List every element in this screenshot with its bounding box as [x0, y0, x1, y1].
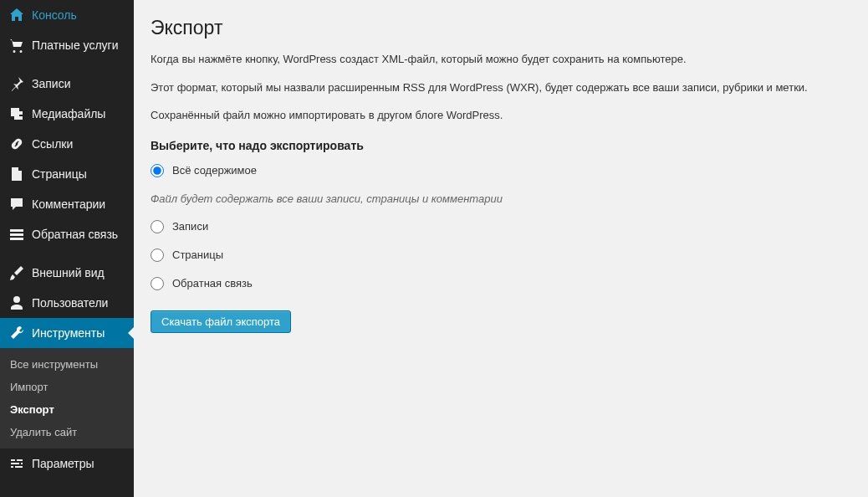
submenu-item-label: Удалить сайт — [10, 426, 77, 438]
sidebar-item-label: Внешний вид — [32, 266, 105, 279]
export-option-all: Всё содержимое — [151, 164, 851, 177]
feedback-icon — [8, 226, 25, 243]
export-all-hint: Файл будет содержать все ваши записи, ст… — [151, 192, 851, 205]
page-title: Экспорт — [151, 17, 851, 39]
export-description-1: Когда вы нажмёте кнопку, WordPress созда… — [151, 51, 851, 68]
sidebar-item-label: Инструменты — [32, 326, 105, 340]
export-description-3: Сохранённый файл можно импортировать в д… — [151, 107, 851, 124]
brush-icon — [8, 264, 25, 281]
main-content: Экспорт Когда вы нажмёте кнопку, WordPre… — [134, 0, 868, 497]
sidebar-item-users[interactable]: Пользователи — [0, 288, 134, 318]
export-radio-label[interactable]: Всё содержимое — [172, 164, 257, 177]
export-radio-label[interactable]: Страницы — [172, 248, 223, 261]
export-option-feedback: Обратная связь — [151, 277, 851, 290]
submit-wrap: Скачать файл экспорта — [151, 310, 851, 333]
sidebar-item-label: Записи — [32, 77, 70, 90]
export-radio-label[interactable]: Обратная связь — [172, 277, 253, 289]
sidebar-item-media[interactable]: Медиафайлы — [0, 99, 134, 129]
tools-submenu: Все инструменты Импорт Экспорт Удалить с… — [0, 348, 134, 448]
export-radio-posts[interactable] — [151, 220, 164, 233]
sidebar-item-label: Консоль — [32, 8, 77, 22]
sidebar-item-label: Пользователи — [32, 296, 108, 310]
sidebar-item-dashboard[interactable]: Консоль — [0, 0, 134, 30]
export-radio-label[interactable]: Записи — [172, 220, 208, 233]
sidebar-item-comments[interactable]: Комментарии — [0, 189, 134, 219]
sidebar-item-label: Платные услуги — [32, 38, 119, 52]
submenu-item-delete-site[interactable]: Удалить сайт — [0, 421, 134, 443]
sidebar-item-appearance[interactable]: Внешний вид — [0, 258, 134, 288]
export-radio-pages[interactable] — [151, 248, 164, 262]
submenu-item-import[interactable]: Импорт — [0, 376, 134, 398]
pin-icon — [8, 75, 25, 92]
sidebar-item-settings[interactable]: Параметры — [0, 448, 134, 479]
submenu-item-export[interactable]: Экспорт — [0, 398, 134, 421]
export-radio-feedback[interactable] — [151, 277, 164, 290]
sidebar-item-label: Ссылки — [32, 137, 73, 151]
user-icon — [8, 295, 25, 311]
submenu-item-label: Импорт — [10, 381, 48, 393]
sidebar-item-feedback[interactable]: Обратная связь — [0, 219, 134, 249]
media-icon — [8, 105, 25, 122]
sidebar-item-tools[interactable]: Инструменты — [0, 318, 134, 348]
house-icon — [8, 7, 25, 23]
submenu-item-label: Экспорт — [10, 403, 54, 416]
export-description-2: Этот формат, который мы назвали расширен… — [151, 79, 851, 96]
sidebar-item-label: Страницы — [32, 167, 87, 181]
download-export-button[interactable]: Скачать файл экспорта — [151, 310, 291, 333]
sidebar-item-posts[interactable]: Записи — [0, 69, 134, 99]
sidebar-item-label: Комментарии — [32, 197, 105, 211]
submenu-item-label: Все инструменты — [10, 358, 98, 371]
admin-sidebar: Консоль Платные услуги Записи Медиафайлы… — [0, 0, 134, 497]
link-icon — [8, 136, 25, 152]
sidebar-item-label: Обратная связь — [32, 227, 118, 242]
export-radio-all[interactable] — [151, 164, 164, 177]
page-icon — [8, 166, 25, 182]
sidebar-item-label: Параметры — [32, 457, 94, 470]
sliders-icon — [8, 455, 25, 472]
sidebar-item-links[interactable]: Ссылки — [0, 129, 134, 159]
cart-icon — [8, 37, 25, 54]
sidebar-item-pages[interactable]: Страницы — [0, 159, 134, 189]
export-option-pages: Страницы — [151, 248, 851, 262]
export-option-posts: Записи — [151, 220, 851, 233]
sidebar-item-paid-services[interactable]: Платные услуги — [0, 30, 134, 60]
export-section-heading: Выберите, что надо экспортировать — [151, 139, 851, 152]
submenu-item-all-tools[interactable]: Все инструменты — [0, 353, 134, 376]
sidebar-item-label: Медиафайлы — [32, 107, 105, 120]
comment-icon — [8, 196, 25, 213]
wrench-icon — [8, 325, 25, 341]
